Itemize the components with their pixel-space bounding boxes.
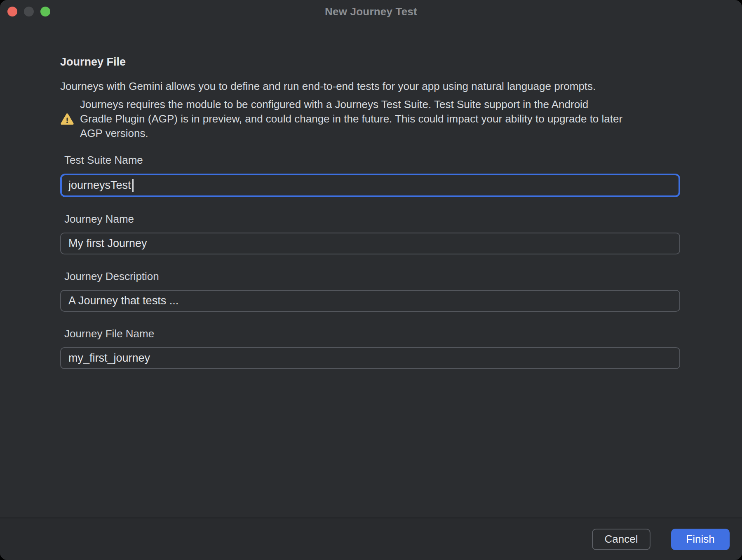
warning-line: AGP versions. [80,126,622,141]
journey-file-name-value: my_first_journey [68,352,150,365]
finish-button[interactable]: Finish [671,529,730,550]
journey-file-name-input[interactable]: my_first_journey [60,347,680,369]
field-test-suite-name: Test Suite Name journeysTest [60,153,680,197]
close-window-button[interactable] [7,7,17,16]
warning-text: Journeys requires the module to be confi… [80,97,622,141]
zoom-window-button[interactable] [40,7,50,16]
journey-name-value: My first Journey [68,237,147,250]
journey-file-name-label: Journey File Name [64,327,680,341]
dialog-content: Journey File Journeys with Gemini allows… [0,23,742,518]
field-journey-file-name: Journey File Name my_first_journey [60,327,680,369]
test-suite-name-input[interactable]: journeysTest [60,174,680,197]
new-journey-test-dialog: New Journey Test Journey File Journeys w… [0,0,742,560]
journey-description-input[interactable]: A Journey that tests ... [60,290,680,312]
warning-triangle-icon [60,113,74,125]
text-caret [132,179,134,192]
journey-description-value: A Journey that tests ... [68,294,178,307]
field-journey-name: Journey Name My first Journey [60,212,680,254]
warning-line: Journeys requires the module to be confi… [80,97,622,112]
test-suite-name-value: journeysTest [68,179,131,192]
section-heading: Journey File [60,55,680,68]
description-text: Journeys with Gemini allows you to defin… [60,79,680,93]
warning-line: Gradle Plugin (AGP) is in preview, and c… [80,112,622,126]
journey-name-input[interactable]: My first Journey [60,233,680,254]
test-suite-name-label: Test Suite Name [64,153,680,167]
journey-description-label: Journey Description [64,269,680,283]
titlebar: New Journey Test [0,0,742,23]
dialog-footer: Cancel Finish [0,518,742,560]
warning-banner: Journeys requires the module to be confi… [60,97,680,141]
minimize-window-button [24,7,34,16]
journey-name-label: Journey Name [64,212,680,226]
window-title: New Journey Test [325,5,417,18]
cancel-button[interactable]: Cancel [592,529,650,550]
field-journey-description: Journey Description A Journey that tests… [60,269,680,312]
traffic-lights [7,0,50,23]
